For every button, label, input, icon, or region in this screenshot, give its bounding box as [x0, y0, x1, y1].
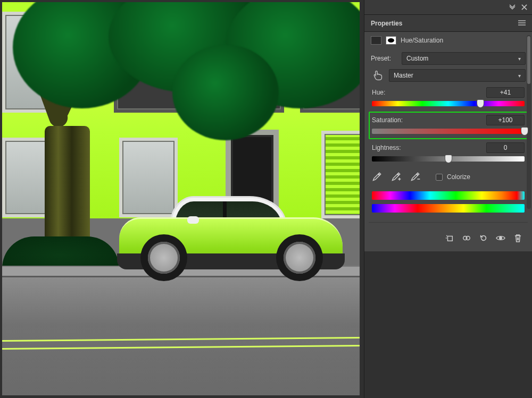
hue-slider-block: Hue: +41	[369, 84, 528, 112]
lightness-value-input[interactable]: 0	[486, 142, 525, 153]
lightness-label: Lightness:	[372, 144, 401, 151]
hue-value-input[interactable]: +41	[486, 87, 525, 98]
panel-header: Properties	[364, 15, 532, 32]
collapse-icon[interactable]	[509, 4, 516, 11]
hue-label: Hue:	[372, 89, 385, 96]
adjustment-name: Hue/Saturation	[401, 37, 443, 44]
saturation-slider-block: Saturation: +100	[369, 112, 528, 139]
svg-point-2	[466, 236, 470, 240]
colorize-label: Colorize	[447, 173, 470, 181]
channel-value: Master	[394, 72, 413, 79]
lightness-slider-block: Lightness: 0	[369, 139, 528, 167]
input-spectrum-bar[interactable]	[372, 191, 525, 200]
svg-point-3	[500, 237, 502, 240]
panel-top-bar	[364, 0, 532, 15]
saturation-value-input[interactable]: +100	[486, 115, 525, 125]
reset-icon[interactable]	[479, 233, 488, 243]
view-previous-icon[interactable]	[462, 233, 471, 243]
panel-empty-area	[364, 251, 532, 398]
clip-to-layer-icon[interactable]	[445, 233, 454, 243]
chevron-down-icon: ▾	[518, 56, 521, 62]
panel-footer	[369, 222, 528, 247]
preset-select[interactable]: Custom ▾	[402, 52, 526, 65]
adjustment-type-row: Hue/Saturation	[369, 35, 528, 50]
adjustment-thumb-icon[interactable]	[371, 36, 381, 45]
panel-scrollbar[interactable]	[527, 35, 531, 209]
svg-rect-0	[447, 236, 452, 241]
hue-slider[interactable]	[372, 101, 525, 106]
panel-title: Properties	[371, 20, 402, 27]
chevron-down-icon: ▾	[518, 73, 521, 79]
preset-value: Custom	[406, 55, 428, 62]
targeted-adjustment-icon[interactable]	[371, 70, 385, 81]
trash-icon[interactable]	[513, 233, 522, 243]
document-image[interactable]	[2, 2, 360, 395]
preset-label: Preset:	[371, 55, 397, 62]
lightness-slider[interactable]	[372, 156, 525, 162]
close-icon[interactable]	[520, 4, 528, 11]
eyedropper-subtract-icon[interactable]	[410, 171, 422, 183]
panel-menu-icon[interactable]	[518, 20, 526, 27]
eyedropper-add-icon[interactable]	[391, 171, 403, 183]
saturation-slider[interactable]	[372, 129, 525, 134]
saturation-label: Saturation:	[372, 116, 403, 124]
colorize-checkbox[interactable]	[436, 174, 443, 181]
visibility-icon[interactable]	[496, 233, 505, 243]
lightness-slider-thumb[interactable]	[445, 155, 452, 163]
channel-select[interactable]: Master ▾	[389, 69, 526, 82]
output-spectrum-bar[interactable]	[372, 204, 525, 213]
hue-slider-thumb[interactable]	[477, 100, 484, 107]
eyedropper-icon[interactable]	[372, 171, 384, 183]
canvas-area	[0, 0, 364, 398]
saturation-slider-thumb[interactable]	[521, 128, 528, 135]
layer-mask-icon[interactable]	[386, 36, 396, 45]
